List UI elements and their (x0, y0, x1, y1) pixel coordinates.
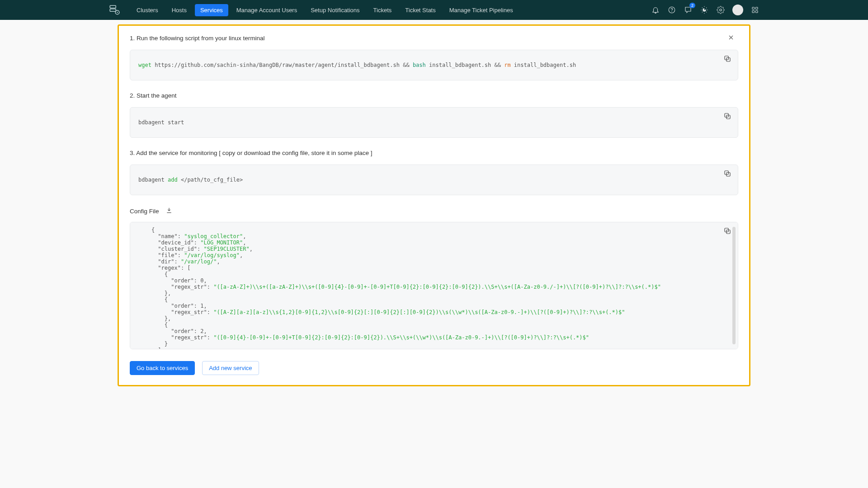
scrollbar[interactable] (732, 227, 736, 344)
cfg-l: "order": 2, (138, 328, 207, 334)
config-file-row: Config File (130, 207, 738, 216)
nav-manage-ticket-pipelines[interactable]: Manage Ticket Pipelines (444, 4, 519, 16)
svg-rect-16 (756, 7, 758, 9)
copy-icon[interactable] (723, 55, 731, 64)
go-back-button[interactable]: Go back to services (130, 361, 195, 375)
cfg-l: "device_id": (138, 239, 200, 246)
cfg-l: }, (138, 315, 171, 322)
svg-line-10 (702, 8, 703, 8)
copy-icon[interactable] (723, 227, 731, 236)
nav-setup-notifications[interactable]: Setup Notifications (305, 4, 365, 16)
cfg-l: "regex_str": (138, 334, 213, 341)
cfg-l: "syslog_collector" (184, 233, 243, 239)
cfg-l: "file": (138, 252, 184, 258)
cfg-l: { (138, 296, 168, 303)
cfg-l: "LOG_MONITOR" (200, 239, 243, 246)
cfg-l: , (243, 233, 246, 239)
inbox-badge: 2 (689, 3, 695, 8)
code1-tail: install_bdbagent.sh (511, 62, 576, 68)
kw-bash: bash (413, 62, 426, 68)
help-icon[interactable] (667, 5, 676, 14)
copy-icon[interactable] (723, 169, 731, 179)
nav-tickets[interactable]: Tickets (368, 4, 397, 16)
svg-line-12 (702, 12, 703, 12)
add-new-service-button[interactable]: Add new service (202, 361, 259, 375)
cfg-l: "regex_str": (138, 284, 213, 290)
nav-hosts[interactable]: Hosts (166, 4, 192, 16)
service-setup-card: 1. Run the following script from your li… (118, 24, 750, 386)
config-file-label: Config File (130, 208, 159, 215)
nav-ticket-stats[interactable]: Ticket Stats (400, 4, 441, 16)
logo-icon (108, 4, 120, 16)
cfg-l: }, (138, 290, 171, 296)
cfg-l: "name": (138, 233, 184, 239)
avatar[interactable] (732, 5, 743, 15)
cfg-l: "([0-9]{4}-[0-9]+-[0-9]+T[0-9]{2}:[0-9]{… (213, 334, 589, 341)
nav-manage-account-users[interactable]: Manage Account Users (231, 4, 302, 16)
step1-label: 1. Run the following script from your li… (130, 35, 738, 42)
apps-icon[interactable] (750, 5, 760, 14)
close-icon[interactable] (727, 34, 735, 43)
svg-rect-17 (752, 11, 755, 13)
code-block-start: bdbagent start (130, 107, 738, 138)
gear-icon[interactable] (716, 5, 725, 14)
cfg-l: } (138, 341, 168, 347)
code-block-add: bdbagent add </path/to_cfg_file> (130, 164, 738, 195)
cfg-l: "regex_str": (138, 309, 213, 315)
svg-rect-1 (110, 9, 116, 11)
code3-tail: </path/to_cfg_file> (178, 177, 243, 183)
code-block-config: { "name": "syslog_collector", "device_id… (130, 222, 738, 349)
kw-add: add (168, 177, 178, 183)
code-block-install: wget https://github.com/sachin-sinha/Ban… (130, 50, 738, 80)
step3-label: 3. Add the service for monitoring [ copy… (130, 150, 738, 156)
svg-rect-0 (110, 5, 116, 8)
cfg-l: "order": 0, (138, 277, 207, 284)
svg-rect-15 (752, 7, 755, 9)
cfg-l: { (138, 227, 155, 233)
cfg-l: ], (138, 347, 165, 349)
code1-mid: install_bdbagent.sh && (426, 62, 504, 68)
nav-items: Clusters Hosts Services Manage Account U… (131, 4, 651, 16)
svg-rect-18 (756, 11, 758, 13)
svg-line-13 (706, 8, 707, 8)
cfg-l: "/var/log/" (181, 258, 217, 265)
cfg-l: "regex": [ (138, 265, 191, 271)
code3-cmd: bdbagent (138, 177, 168, 183)
cfg-l: "cluster_id": (138, 246, 204, 252)
svg-point-14 (720, 9, 722, 11)
bell-icon[interactable] (651, 5, 660, 14)
cfg-l: , (240, 252, 243, 258)
cfg-l: { (138, 322, 168, 328)
cfg-l: "([a-zA-Z]+)\\s+([a-zA-Z]+)\\s+([0-9]{4}… (213, 284, 661, 290)
nav-icons: 2 (651, 5, 760, 15)
cfg-l: "/var/log/syslog" (184, 252, 240, 258)
cfg-l: "([A-Z][a-z][a-z]\\s{1,2}[0-9]{1,2}\\s[0… (213, 309, 625, 315)
kw-wget: wget (138, 62, 151, 68)
top-nav: Clusters Hosts Services Manage Account U… (0, 0, 868, 20)
svg-point-4 (671, 11, 672, 12)
cfg-l: "SEP19CLUSTER" (204, 246, 250, 252)
kw-rm: rm (504, 62, 510, 68)
code1-url: https://github.com/sachin-sinha/BangDB/r… (151, 62, 413, 68)
code2-cmd: bdbagent start (138, 119, 184, 126)
step2-label: 2. Start the agent (130, 92, 738, 99)
cfg-l: { (138, 271, 168, 277)
copy-icon[interactable] (723, 112, 731, 122)
inbox-icon[interactable]: 2 (684, 5, 693, 14)
theme-icon[interactable] (700, 5, 709, 14)
cfg-l: , (250, 246, 253, 252)
nav-clusters[interactable]: Clusters (131, 4, 164, 16)
nav-services[interactable]: Services (195, 4, 228, 16)
cfg-l: , (217, 258, 220, 265)
cfg-l: "dir": (138, 258, 181, 265)
footer-buttons: Go back to services Add new service (130, 361, 738, 375)
cfg-l: "order": 1, (138, 303, 207, 309)
download-icon[interactable] (165, 207, 173, 216)
cfg-l: , (243, 239, 246, 246)
svg-line-11 (706, 12, 707, 12)
